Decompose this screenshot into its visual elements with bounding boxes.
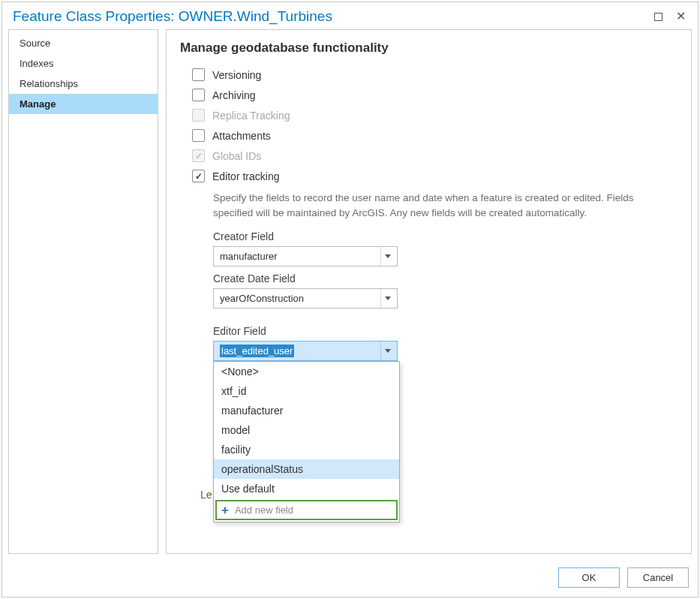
creator-field-block: Creator Field manufacturer [180, 226, 677, 268]
dropdown-option-model[interactable]: model [214, 420, 399, 440]
editor-field-dropdown: <None> xtf_id manufacturer model facilit… [213, 361, 400, 522]
dialog-footer: OK Cancel [2, 560, 698, 597]
learn-more-fragment: Le [200, 489, 212, 501]
ok-button[interactable]: OK [558, 567, 620, 588]
window-controls: ✕ [654, 11, 690, 23]
checkbox-archiving[interactable] [192, 89, 205, 101]
sidebar-item-source[interactable]: Source [9, 33, 158, 53]
createdate-field-combo[interactable]: yearOfConstruction [213, 288, 398, 309]
checkbox-versioning[interactable] [192, 68, 205, 81]
dropdown-add-new-field[interactable]: + Add new field [215, 500, 398, 520]
dropdown-option-usedefault[interactable]: Use default [214, 479, 399, 498]
check-versioning-row: Versioning [180, 65, 677, 85]
dropdown-option-operationalstatus[interactable]: operationalStatus [214, 459, 399, 479]
titlebar: Feature Class Properties: OWNER.Wind_Tur… [2, 2, 698, 29]
checkbox-editortracking-label: Editor tracking [212, 170, 279, 182]
creator-field-label: Creator Field [213, 230, 677, 242]
checkbox-attachments-label: Attachments [212, 130, 271, 142]
check-replica-row: Replica Tracking [180, 105, 677, 125]
dialog-title: Feature Class Properties: OWNER.Wind_Tur… [13, 8, 332, 25]
editor-field-value: last_edited_user [220, 345, 294, 357]
dialog-window: Feature Class Properties: OWNER.Wind_Tur… [2, 2, 698, 597]
maximize-icon[interactable] [654, 13, 662, 21]
checkbox-global-ids [192, 149, 205, 162]
editor-field-label: Editor Field [213, 325, 677, 337]
sidebar-item-manage[interactable]: Manage [9, 94, 158, 114]
check-editortracking-row: Editor tracking [180, 166, 677, 186]
checkbox-archiving-label: Archiving [212, 89, 256, 101]
sidebar-item-indexes[interactable]: Indexes [9, 53, 158, 74]
chevron-down-icon [380, 289, 394, 308]
editor-field-combo-wrap: last_edited_user Le <None> xtf_id manufa… [213, 341, 677, 361]
checkbox-editor-tracking[interactable] [192, 170, 205, 182]
editor-field-combo[interactable]: last_edited_user [213, 341, 398, 361]
editor-field-block: Editor Field last_edited_user Le <None> … [180, 321, 677, 363]
editor-tracking-description: Specify the fields to record the user na… [180, 186, 645, 226]
dropdown-option-facility[interactable]: facility [214, 440, 399, 459]
plus-icon: + [221, 504, 229, 516]
dropdown-option-manufacturer[interactable]: manufacturer [214, 401, 399, 420]
dialog-body: Source Indexes Relationships Manage Mana… [2, 29, 698, 560]
creator-field-value: manufacturer [220, 251, 278, 262]
dropdown-option-xtfid[interactable]: xtf_id [214, 381, 399, 401]
createdate-field-block: Create Date Field yearOfConstruction [180, 268, 677, 310]
dropdown-option-none[interactable]: <None> [214, 362, 399, 381]
section-heading: Manage geodatabase functionality [180, 41, 677, 56]
checkbox-replica-tracking [192, 109, 205, 122]
cancel-button[interactable]: Cancel [627, 567, 689, 588]
close-icon[interactable]: ✕ [676, 11, 686, 23]
chevron-down-icon [380, 342, 394, 360]
checkbox-versioning-label: Versioning [212, 69, 261, 81]
chevron-down-icon [380, 247, 394, 266]
checkbox-attachments[interactable] [192, 129, 205, 142]
content-pane: Manage geodatabase functionality Version… [166, 29, 692, 554]
checkbox-replica-label: Replica Tracking [212, 110, 290, 122]
checkbox-globalids-label: Global IDs [212, 150, 261, 162]
creator-field-combo[interactable]: manufacturer [213, 246, 398, 266]
add-new-field-label: Add new field [235, 504, 293, 516]
createdate-field-value: yearOfConstruction [220, 293, 304, 304]
sidebar: Source Indexes Relationships Manage [8, 29, 158, 554]
check-attachments-row: Attachments [180, 125, 677, 146]
createdate-field-label: Create Date Field [213, 272, 677, 284]
sidebar-item-relationships[interactable]: Relationships [9, 74, 158, 94]
check-globalids-row: Global IDs [180, 146, 677, 166]
check-archiving-row: Archiving [180, 85, 677, 105]
